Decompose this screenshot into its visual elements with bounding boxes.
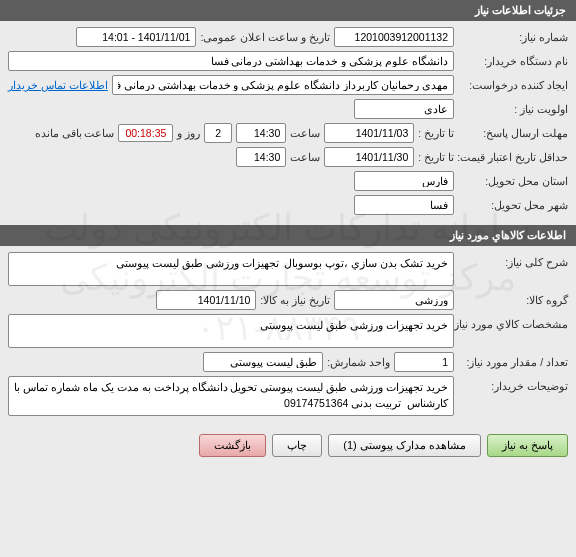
input-deadline-time — [236, 123, 286, 143]
label-remaining: ساعت باقی مانده — [35, 127, 115, 139]
label-province: استان محل تحویل: — [458, 175, 568, 187]
input-need-by — [156, 290, 256, 310]
respond-button[interactable]: پاسخ به نیاز — [487, 434, 568, 457]
input-validity-date — [324, 147, 414, 167]
label-to-date-2: تا تاریخ : — [418, 151, 454, 163]
input-qty — [394, 352, 454, 372]
label-goods-spec: مشخصات کالاي مورد نیاز: — [458, 314, 568, 330]
input-deadline-date — [324, 123, 414, 143]
button-row: پاسخ به نیاز مشاهده مدارک پیوستی (1) چاپ… — [0, 426, 576, 465]
back-button[interactable]: بازگشت — [199, 434, 266, 457]
label-need-desc: شرح کلی نیاز: — [458, 252, 568, 268]
input-priority — [354, 99, 454, 119]
label-city: شهر محل تحویل: — [458, 199, 568, 211]
label-creator: ایجاد کننده درخواست: — [458, 79, 568, 91]
label-to-date-1: تا تاریخ : — [418, 127, 454, 139]
textarea-buyer-notes — [8, 376, 454, 416]
print-button[interactable]: چاپ — [272, 434, 322, 457]
input-city — [354, 195, 454, 215]
input-org-name — [8, 51, 454, 71]
link-contact[interactable]: اطلاعات تماس خریدار — [8, 79, 108, 91]
input-validity-time — [236, 147, 286, 167]
label-announce-dt: تاریخ و ساعت اعلان عمومی: — [200, 31, 330, 43]
items-form: شرح کلی نیاز: گروه کالا: تاریخ نیاز به ک… — [0, 246, 576, 426]
label-org-name: نام دستگاه خریدار: — [458, 55, 568, 67]
label-days: روز و — [177, 127, 200, 139]
label-need-by: تاریخ نیاز به کالا: — [260, 294, 330, 306]
input-days-left — [204, 123, 232, 143]
input-province — [354, 171, 454, 191]
input-announce-dt — [76, 27, 196, 47]
label-unit: واحد شمارش: — [327, 356, 390, 368]
input-unit — [203, 352, 323, 372]
input-goods-group — [334, 290, 454, 310]
label-goods-group: گروه کالا: — [458, 294, 568, 306]
label-validity: حداقل تاریخ اعتبار قیمت: — [458, 151, 568, 163]
textarea-need-desc — [8, 252, 454, 286]
label-need-no: شماره نیاز: — [458, 31, 568, 43]
section-header-items: اطلاعات کالاهاي مورد نیاز — [0, 225, 576, 246]
label-priority: اولویت نیاز : — [458, 103, 568, 115]
label-qty: تعداد / مقدار مورد نیاز: — [458, 356, 568, 368]
input-creator — [112, 75, 454, 95]
label-time-1: ساعت — [290, 127, 320, 139]
attachments-button[interactable]: مشاهده مدارک پیوستی (1) — [328, 434, 481, 457]
input-need-no — [334, 27, 454, 47]
countdown: 00:18:35 — [118, 124, 173, 142]
label-buyer-notes: توضیحات خریدار: — [458, 376, 568, 392]
textarea-goods-spec — [8, 314, 454, 348]
details-form: شماره نیاز: تاریخ و ساعت اعلان عمومی: نا… — [0, 21, 576, 225]
section-header-details: جزئیات اطلاعات نیاز — [0, 0, 576, 21]
label-deadline: مهلت ارسال پاسخ: — [458, 127, 568, 139]
label-time-2: ساعت — [290, 151, 320, 163]
